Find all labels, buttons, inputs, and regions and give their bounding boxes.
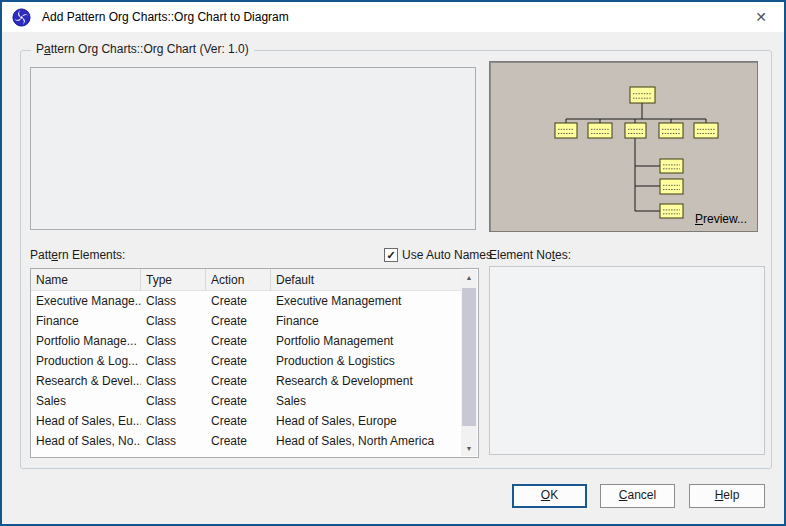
scroll-down-icon[interactable]: ▼ [461,441,477,456]
table-cell: Portfolio Management [271,331,461,351]
table-body: Executive Manage...ClassCreateExecutive … [31,291,461,451]
table-row[interactable]: Executive Manage...ClassCreateExecutive … [31,291,461,311]
table-cell: Create [206,291,271,311]
title-bar[interactable]: Add Pattern Org Charts::Org Chart to Dia… [2,2,784,32]
org-chart-svg [490,62,757,231]
table-cell: Class [141,411,206,431]
table-row[interactable]: Head of Sales, No...ClassCreateHead of S… [31,431,461,451]
table-cell: Class [141,291,206,311]
header-default: Default [271,269,461,290]
table-row[interactable]: Head of Sales, Eu...ClassCreateHead of S… [31,411,461,431]
table-row[interactable]: SalesClassCreateSales [31,391,461,411]
close-icon[interactable]: ✕ [744,3,778,31]
table-row[interactable]: Research & Devel...ClassCreateResearch &… [31,371,461,391]
table-cell: Class [141,431,206,451]
table-cell: Head of Sales, Europe [271,411,461,431]
table-row[interactable]: FinanceClassCreateFinance [31,311,461,331]
element-notes-box [489,266,765,455]
header-type: Type [141,269,206,290]
table-cell: Research & Development [271,371,461,391]
window-title: Add Pattern Org Charts::Org Chart to Dia… [42,2,289,32]
table-cell: Production & Logistics [271,351,461,371]
table-header-row: Name Type Action Default [31,269,461,291]
dialog-window: Add Pattern Org Charts::Org Chart to Dia… [0,0,786,526]
table-scrollbar[interactable]: ▲ ▼ [461,270,477,456]
table-cell: Create [206,311,271,331]
preview-panel: Preview... [489,61,758,232]
table-cell: Production & Log... [31,351,141,371]
table-cell: Class [141,391,206,411]
table-cell: Create [206,371,271,391]
header-name: Name [31,269,141,290]
table-cell: Class [141,331,206,351]
auto-names-checkbox[interactable]: ✓ [384,248,398,262]
table-cell: Head of Sales, No... [31,431,141,451]
pattern-elements-label: Pattern Elements: [30,248,125,262]
scroll-thumb[interactable] [462,288,476,426]
table-cell: Sales [271,391,461,411]
help-button[interactable]: Help [689,484,765,508]
table-cell: Executive Manage... [31,291,141,311]
table-cell: Finance [271,311,461,331]
table-cell: Class [141,371,206,391]
table-cell: Sales [31,391,141,411]
table-cell: Create [206,411,271,431]
cancel-button[interactable]: Cancel [600,484,675,508]
scroll-up-icon[interactable]: ▲ [461,270,477,285]
app-pattern-icon [12,8,31,27]
table-cell: Create [206,331,271,351]
table-cell: Create [206,431,271,451]
table-cell: Executive Management [271,291,461,311]
table-cell: Class [141,351,206,371]
pattern-description-box [30,67,476,230]
table-row[interactable]: Portfolio Manage...ClassCreatePortfolio … [31,331,461,351]
table-cell: Create [206,391,271,411]
ok-button[interactable]: OK [512,484,587,508]
table-cell: Portfolio Manage... [31,331,141,351]
pattern-elements-table[interactable]: Name Type Action Default Executive Manag… [30,268,479,458]
element-notes-label: Element Notes: [489,248,571,262]
table-cell: Create [206,351,271,371]
use-auto-names[interactable]: ✓ Use Auto Names [384,248,492,262]
table-row[interactable]: Production & Log...ClassCreateProduction… [31,351,461,371]
pattern-groupbox-label: Pattern Org Charts::Org Chart (Ver: 1.0) [31,42,254,56]
header-action: Action [206,269,271,290]
table-cell: Class [141,311,206,331]
table-cell: Finance [31,311,141,331]
table-cell: Head of Sales, Eu... [31,411,141,431]
auto-names-label: Use Auto Names [402,248,492,262]
table-cell: Research & Devel... [31,371,141,391]
table-cell: Head of Sales, North America [271,431,461,451]
preview-link[interactable]: Preview... [695,212,747,226]
